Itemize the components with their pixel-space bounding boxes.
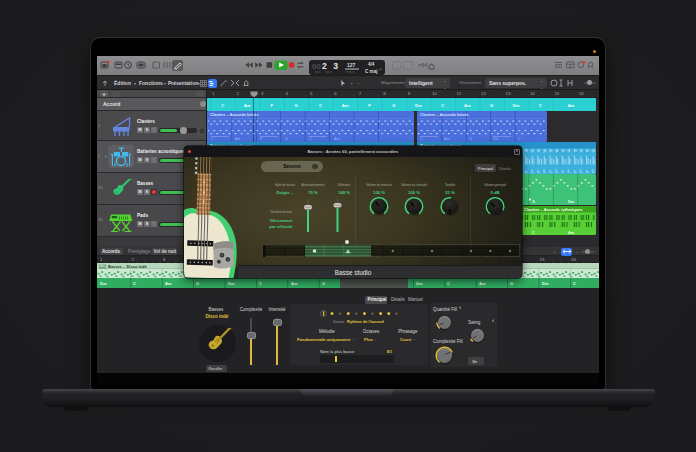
svg-text:Am: Am [444, 137, 449, 141]
svg-text:C: C [441, 102, 444, 107]
svg-text:Am: Am [479, 281, 486, 286]
svg-text:C: C [259, 281, 262, 286]
svg-text:Am: Am [464, 102, 471, 107]
svg-text:C: C [447, 281, 450, 286]
svg-text:Dm: Dm [513, 102, 520, 107]
svg-text:G: G [392, 102, 395, 107]
svg-text:Dm: Dm [415, 102, 422, 107]
svg-text:G: G [469, 137, 472, 141]
svg-text:G: G [294, 102, 297, 107]
svg-text:Dm: Dm [493, 137, 499, 141]
svg-text:14: 14 [530, 91, 535, 96]
svg-text:C: C [133, 281, 136, 286]
svg-text:Am: Am [568, 230, 575, 234]
svg-text:Am: Am [244, 102, 251, 107]
svg-text:F: F [368, 102, 371, 107]
svg-text:C: C [221, 102, 224, 107]
svg-text:Claviers – Accords rythmiques: Claviers – Accords rythmiques [524, 207, 583, 212]
svg-text:Claviers – Accords brisés: Claviers – Accords brisés [420, 112, 470, 117]
svg-text:Dm: Dm [228, 281, 235, 286]
svg-text:C: C [319, 102, 322, 107]
svg-text:C: C [539, 102, 542, 107]
svg-text:C: C [211, 137, 214, 141]
svg-text:C: C [573, 281, 576, 286]
svg-text:16: 16 [579, 91, 584, 96]
svg-text:G: G [285, 137, 288, 141]
svg-text:15: 15 [540, 257, 545, 262]
svg-text:G: G [490, 102, 493, 107]
svg-text:Dm: Dm [542, 281, 549, 286]
svg-text:Am: Am [165, 281, 172, 286]
svg-text:12: 12 [481, 91, 486, 96]
svg-text:Am: Am [334, 137, 339, 141]
svg-text:Dm: Dm [568, 200, 575, 204]
svg-text:C: C [420, 137, 423, 141]
svg-text:G: G [322, 281, 325, 286]
svg-text:Am: Am [342, 102, 349, 107]
svg-text:10: 10 [432, 91, 437, 96]
svg-text:G: G [510, 281, 513, 286]
svg-text:C: C [309, 137, 312, 141]
svg-text:Dm: Dm [416, 281, 423, 286]
svg-text:G: G [532, 200, 535, 204]
svg-text:11: 11 [457, 91, 462, 96]
svg-text:16: 16 [571, 257, 576, 262]
svg-text:13: 13 [506, 91, 511, 96]
svg-text:Am: Am [235, 137, 240, 141]
svg-text:G: G [196, 281, 199, 286]
svg-text:Am: Am [568, 102, 575, 107]
svg-text:Dm: Dm [100, 281, 107, 286]
svg-text:C: C [532, 230, 535, 234]
svg-text:C: C [518, 137, 521, 141]
svg-text:Am: Am [291, 281, 298, 286]
svg-text:F: F [270, 102, 273, 107]
svg-text:15: 15 [554, 91, 559, 96]
